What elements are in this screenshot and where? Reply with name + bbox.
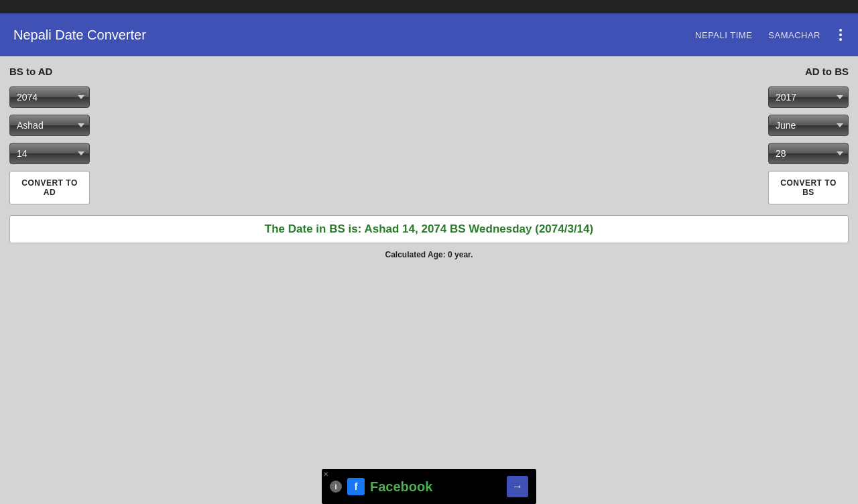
convert-to-ad-button[interactable]: CONVERT TO AD [9,171,90,204]
app-title: Nepali Date Converter [13,27,146,43]
dot3 [839,38,842,41]
main-panel: BS to AD 2074 207120722073 20752076 Asha… [0,56,858,269]
info-icon: i [330,481,342,493]
bs-year-select[interactable]: 2074 207120722073 20752076 [9,86,90,108]
bs-day-select[interactable]: 14 12345 678910 111213 1516171819 202122… [9,143,90,164]
ad-day-select[interactable]: 28 12345 678910 1112131415 1617181920 21… [768,143,849,164]
top-bar [0,0,858,13]
content-area: BS to AD 2074 207120722073 20752076 Asha… [0,56,858,504]
calculated-age: Calculated Age: 0 year. [9,250,849,259]
facebook-banner: ✕ i f Facebook → [322,469,536,504]
banner-close-icon[interactable]: ✕ [323,470,328,478]
convert-to-bs-button[interactable]: CONVERT TO BS [768,171,849,204]
dot2 [839,34,842,36]
header-nav: NEPALI TIME SAMACHAR [695,26,845,44]
ad-day-wrapper: 28 12345 678910 1112131415 1617181920 21… [768,143,849,164]
result-container: The Date in BS is: Ashad 14, 2074 BS Wed… [9,215,849,243]
result-text: The Date in BS is: Ashad 14, 2074 BS Wed… [265,223,593,235]
facebook-icon: f [347,478,365,495]
ad-month-wrapper: June JanuaryFebruaryMarch AprilMay JulyA… [768,115,849,136]
fb-left-section: i f Facebook [330,478,432,495]
bs-year-wrapper: 2074 207120722073 20752076 [9,86,90,108]
ad-year-wrapper: 2017 2010201120122013 201420152016 20182… [768,86,849,108]
ad-to-bs-title: AD to BS [768,66,849,77]
bs-month-select[interactable]: Ashad BaisakhJestha ShrawanBhadraAshwin … [9,115,90,136]
bs-month-wrapper: Ashad BaisakhJestha ShrawanBhadraAshwin … [9,115,90,136]
header: Nepali Date Converter NEPALI TIME SAMACH… [0,13,858,56]
converters-row: BS to AD 2074 207120722073 20752076 Asha… [9,66,849,204]
more-menu-button[interactable] [837,26,845,44]
ad-to-bs-panel: AD to BS 2017 2010201120122013 201420152… [768,66,849,204]
facebook-label: Facebook [370,479,432,495]
samachar-link[interactable]: SAMACHAR [768,30,820,40]
dot1 [839,29,842,32]
ad-year-select[interactable]: 2017 2010201120122013 201420152016 20182… [768,86,849,108]
ad-month-select[interactable]: June JanuaryFebruaryMarch AprilMay JulyA… [768,115,849,136]
bs-to-ad-panel: BS to AD 2074 207120722073 20752076 Asha… [9,66,90,204]
bs-to-ad-title: BS to AD [9,66,90,77]
facebook-arrow-button[interactable]: → [507,476,528,497]
bs-day-wrapper: 14 12345 678910 111213 1516171819 202122… [9,143,90,164]
nepali-time-link[interactable]: NEPALI TIME [695,30,752,40]
